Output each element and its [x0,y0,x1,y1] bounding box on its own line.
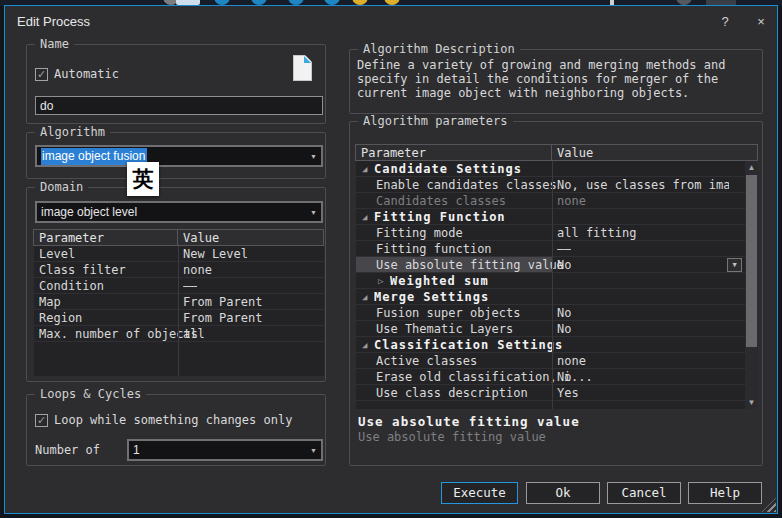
edit-process-dialog: Edit Process ? × Name ✓ Automatic Algori… [4,5,778,514]
column-divider [552,161,553,409]
domain-row-value: From Parent [183,295,262,309]
domain-table-row[interactable]: Max. number of objectsall [34,326,324,342]
value-dropdown-button[interactable]: ▼ [727,258,742,272]
param-row[interactable]: Use Thematic LayersNo [356,321,758,337]
checkbox-check-icon: ✓ [35,414,48,427]
param-row-value: all fitting [557,226,636,240]
algorithm-parameters-group: Algorithm parameters Parameter Value ◢Ca… [349,121,763,466]
scroll-up-icon[interactable]: ▲ [745,161,758,174]
cancel-button[interactable]: Cancel [607,482,681,504]
param-group-row[interactable]: ◢Fitting Function [356,209,758,225]
domain-header-value[interactable]: Value [177,229,324,246]
ok-button[interactable]: Ok [526,482,600,504]
param-row-value: none [557,354,586,368]
chevron-down-icon: ▼ [310,209,317,216]
expanded-icon[interactable]: ◢ [362,164,367,174]
param-row[interactable]: Active classesnone [356,353,758,369]
param-group-row[interactable]: ◢Candidate Settings [356,161,758,177]
domain-table-row[interactable]: RegionFrom Parent [34,310,324,326]
param-row[interactable]: Fitting function—— [356,241,758,257]
domain-select[interactable]: image object level ▼ [35,201,323,223]
domain-selected-value: image object level [41,205,137,219]
column-divider [178,246,179,376]
param-row[interactable]: Use class descriptionYes [356,385,758,401]
new-document-icon[interactable] [293,55,312,81]
domain-table-header: Parameter Value [34,229,324,246]
param-row-parameter: Use Thematic Layers [376,322,513,336]
param-row-value: No [557,258,571,272]
param-row[interactable]: Candidates classesnone [356,193,758,209]
resize-grip[interactable] [762,498,776,512]
loops-group-label: Loops & Cycles [35,387,146,401]
scroll-down-icon[interactable]: ▼ [745,396,758,409]
param-row-parameter: Active classes [376,354,477,368]
domain-row-parameter: Class filter [39,263,126,277]
number-of-label: Number of [35,443,100,457]
scrollbar-thumb[interactable] [746,175,757,347]
param-row-value: No [557,322,571,336]
domain-group-label: Domain [35,180,88,194]
domain-table-row[interactable]: Class filternone [34,262,324,278]
ime-language-badge: 英 [127,162,159,196]
params-table: Parameter Value ◢Candidate SettingsEnabl… [356,144,758,409]
dialog-title: Edit Process [17,14,90,29]
domain-row-parameter: Condition [39,279,104,293]
param-row-parameter: Use class description [376,386,528,400]
param-group-row[interactable]: ◢Classification Settings [356,337,758,353]
params-table-header: Parameter Value [356,144,758,161]
domain-row-parameter: Map [39,295,61,309]
process-name-input[interactable] [35,96,323,115]
domain-row-parameter: Max. number of objects [39,327,198,341]
algorithm-description-label: Algorithm Description [358,42,520,56]
params-header-value[interactable]: Value [551,144,758,161]
domain-header-parameter[interactable]: Parameter [33,229,178,246]
automatic-label: Automatic [54,67,119,81]
number-of-select[interactable]: 1 ▼ [127,439,323,461]
close-icon[interactable]: × [750,12,772,32]
param-row-parameter: Fusion super objects [376,306,521,320]
domain-table: Parameter Value LevelNew LevelClass filt… [34,229,324,376]
expanded-icon[interactable]: ◢ [362,292,367,302]
algorithm-select[interactable]: image object fusion ▼ [35,145,323,167]
chevron-down-icon: ▼ [310,153,317,160]
params-header-parameter[interactable]: Parameter [355,144,552,161]
param-group-label: Candidate Settings [374,162,522,176]
loop-while-checkbox[interactable]: ✓ Loop while something changes only [35,413,292,427]
param-row-parameter: Fitting mode [376,226,463,240]
help-button[interactable]: Help [688,482,762,504]
param-group-row[interactable]: ▷Weighted sum [356,273,758,289]
domain-table-body: LevelNew LevelClass filternoneCondition—… [34,246,324,376]
domain-table-row[interactable]: MapFrom Parent [34,294,324,310]
params-table-body: ◢Candidate SettingsEnable candidates cla… [356,161,758,409]
algorithm-group: Algorithm image object fusion ▼ [26,132,326,179]
collapsed-icon[interactable]: ▷ [378,276,383,286]
algorithm-group-label: Algorithm [35,125,110,139]
param-group-row[interactable]: ◢Merge Settings [356,289,758,305]
param-row[interactable]: Erase old classification, i...No [356,369,758,385]
param-row-parameter: Fitting function [376,242,492,256]
algorithm-description-text: Define a variety of growing and merging … [357,58,757,100]
algorithm-parameters-label: Algorithm parameters [358,114,513,128]
expanded-icon[interactable]: ◢ [362,340,367,350]
param-row[interactable]: Fitting modeall fitting [356,225,758,241]
name-group-label: Name [35,37,74,51]
param-row-value: —— [557,242,571,256]
algorithm-description-group: Algorithm Description Define a variety o… [349,49,763,114]
domain-table-row[interactable]: LevelNew Level [34,246,324,262]
param-help-title: Use absolute fitting value [358,414,580,429]
param-row[interactable]: Use absolute fitting valueNo▼ [356,257,758,273]
param-row-parameter: Candidates classes [376,194,506,208]
param-help-text: Use absolute fitting value [358,430,546,444]
domain-table-row[interactable]: Condition—— [34,278,324,294]
execute-button[interactable]: Execute [441,482,518,504]
param-row[interactable]: Fusion super objectsNo [356,305,758,321]
param-row-value: No [557,370,571,384]
param-row[interactable]: Enable candidates classesNo, use classes… [356,177,758,193]
automatic-checkbox[interactable]: ✓ Automatic [35,67,119,81]
params-scrollbar[interactable]: ▲ ▼ [745,161,758,409]
expanded-icon[interactable]: ◢ [362,212,367,222]
domain-row-value: From Parent [183,311,262,325]
dialog-help-icon[interactable]: ? [714,12,736,32]
param-group-label: Weighted sum [390,274,489,288]
param-group-label: Fitting Function [374,210,506,224]
